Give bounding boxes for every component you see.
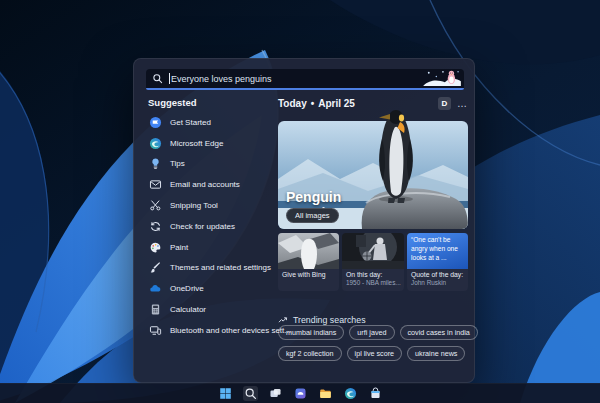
- suggested-item-label: Snipping Tool: [170, 201, 218, 210]
- on-this-day-card[interactable]: On this day: 1950 - NBA miles...: [342, 233, 404, 291]
- taskbar-search-icon[interactable]: [243, 386, 258, 401]
- themes-icon: [148, 261, 162, 275]
- suggested-item[interactable]: Microsoft Edge: [148, 133, 274, 154]
- search-input[interactable]: Everyone loves penguins: [146, 69, 464, 90]
- give-with-bing-photo: [278, 233, 339, 269]
- updates-icon: [148, 219, 162, 233]
- suggested-item[interactable]: OneDrive: [148, 278, 274, 299]
- taskbar-widgets-icon[interactable]: [293, 386, 308, 401]
- devices-icon: [148, 323, 162, 337]
- suggested-heading: Suggested: [148, 97, 197, 108]
- suggested-item-label: Tips: [170, 159, 185, 168]
- search-query-text: Everyone loves penguins: [171, 74, 272, 84]
- daily-image-card[interactable]: Penguin All images: [278, 121, 468, 229]
- tips-icon: [148, 157, 162, 171]
- card-caption: On this day:: [346, 271, 400, 278]
- trending-pills-row-1: mumbai indiansurfi javedcovid cases in i…: [278, 325, 478, 340]
- on-this-day-photo: [342, 233, 404, 269]
- suggested-item[interactable]: Email and accounts: [148, 174, 274, 195]
- desktop: Everyone loves penguins Suggested Get St…: [0, 0, 600, 403]
- suggested-item[interactable]: Snipping Tool: [148, 195, 274, 216]
- card-caption: Give with Bing: [282, 271, 335, 278]
- card-subcaption: 1950 - NBA miles...: [346, 279, 400, 286]
- paint-icon: [148, 240, 162, 254]
- snipping-icon: [148, 199, 162, 213]
- trending-pill[interactable]: mumbai indians: [278, 325, 344, 340]
- taskbar-file-explorer-icon[interactable]: [318, 386, 333, 401]
- hero-title: Penguin: [286, 189, 341, 205]
- suggested-item[interactable]: Tips: [148, 154, 274, 175]
- trending-pill[interactable]: ipl live score: [347, 346, 403, 361]
- email-icon: [148, 178, 162, 192]
- suggested-item-label: Microsoft Edge: [170, 139, 223, 148]
- card-caption: Quote of the day:: [411, 271, 464, 278]
- suggested-item[interactable]: Get Started: [148, 112, 274, 133]
- search-flyout: Everyone loves penguins Suggested Get St…: [133, 58, 475, 383]
- trending-pill[interactable]: covid cases in india: [400, 325, 478, 340]
- suggested-item-label: OneDrive: [170, 284, 204, 293]
- quote-of-the-day-card[interactable]: “One can't be angry when one looks at a …: [407, 233, 468, 291]
- suggested-item[interactable]: Themes and related settings: [148, 258, 274, 279]
- taskbar-start-icon[interactable]: [218, 386, 233, 401]
- all-images-button[interactable]: All images: [286, 208, 339, 223]
- suggested-item-label: Check for updates: [170, 222, 235, 231]
- onedrive-icon: [148, 282, 162, 296]
- text-caret: [169, 73, 170, 84]
- trending-pill[interactable]: ukraine news: [407, 346, 465, 361]
- suggested-item-label: Email and accounts: [170, 180, 240, 189]
- taskbar-task-view-icon[interactable]: [268, 386, 283, 401]
- get-started-icon: [148, 115, 162, 129]
- card-subcaption: John Ruskin: [411, 279, 464, 286]
- search-icon: [152, 73, 163, 84]
- suggested-item[interactable]: Bluetooth and other devices sett...: [148, 320, 274, 341]
- daily-cards-row: Give with Bing On this day: 195: [278, 233, 468, 291]
- suggested-item-label: Paint: [170, 243, 188, 252]
- trending-pills-row-2: kgf 2 collectionipl live scoreukraine ne…: [278, 346, 465, 361]
- edge-icon: [148, 136, 162, 150]
- suggested-item[interactable]: Paint: [148, 237, 274, 258]
- more-options-button[interactable]: …: [457, 101, 468, 107]
- trending-pill[interactable]: kgf 2 collection: [278, 346, 342, 361]
- trending-pill[interactable]: urfi javed: [349, 325, 394, 340]
- suggested-item[interactable]: Check for updates: [148, 216, 274, 237]
- suggested-item-label: Calculator: [170, 305, 206, 314]
- suggested-item-label: Bluetooth and other devices sett...: [170, 326, 291, 335]
- taskbar: [0, 383, 600, 403]
- taskbar-store-icon[interactable]: [368, 386, 383, 401]
- suggested-list: Get StartedMicrosoft EdgeTipsEmail and a…: [148, 112, 274, 341]
- trending-title: Trending searches: [293, 315, 366, 325]
- penguin-illustration: [422, 69, 462, 86]
- give-with-bing-card[interactable]: Give with Bing: [278, 233, 339, 291]
- taskbar-edge-icon[interactable]: [343, 386, 358, 401]
- suggested-item-label: Themes and related settings: [170, 263, 271, 272]
- suggested-item-label: Get Started: [170, 118, 211, 127]
- suggested-item[interactable]: Calculator: [148, 299, 274, 320]
- calculator-icon: [148, 303, 162, 317]
- quote-text: “One can't be angry when one looks at a …: [407, 233, 468, 269]
